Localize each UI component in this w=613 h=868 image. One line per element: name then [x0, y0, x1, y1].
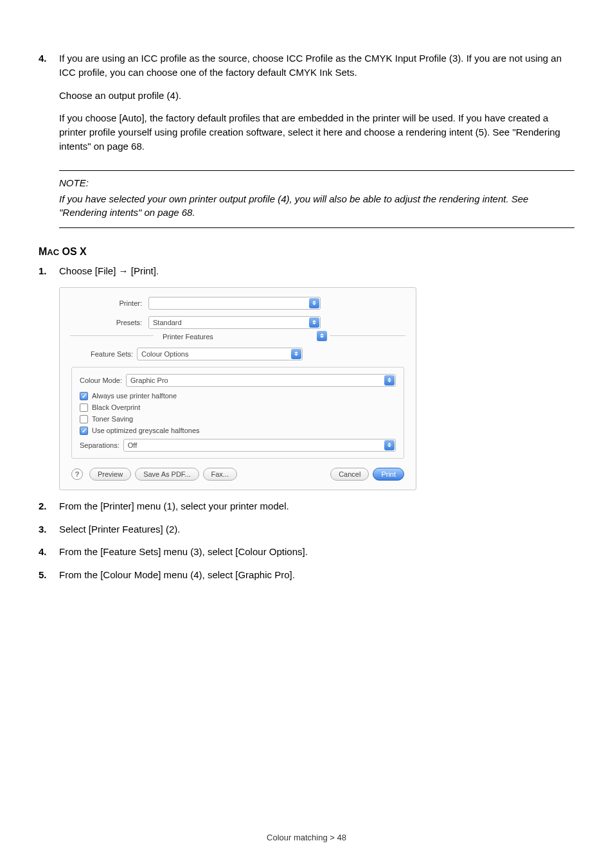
colour-mode-row: Colour Mode: Graphic Pro [80, 374, 396, 387]
step-number: 2. [39, 499, 59, 513]
help-icon[interactable]: ? [71, 468, 83, 480]
step-2: 2. From the [Printer] menu (1), select y… [39, 499, 574, 513]
checkbox-icon [80, 403, 88, 412]
step-3: 3. Select [Printer Features] (2). [39, 522, 574, 536]
printer-select[interactable] [148, 297, 321, 310]
colour-mode-select[interactable]: Graphic Pro [126, 374, 396, 387]
step-4-top: 4. If you are using an ICC profile as th… [39, 51, 574, 80]
separations-row: Separations: Off [80, 439, 396, 452]
step-number: 4. [39, 51, 59, 80]
checkbox-icon [80, 415, 88, 423]
step-number: 4. [39, 545, 59, 559]
step4-after2: If you choose [Auto], the factory defaul… [59, 111, 574, 153]
chevron-updown-icon [309, 317, 319, 328]
cancel-button[interactable]: Cancel [330, 468, 369, 481]
subheading-mac-os-x: MAC OS X [39, 246, 574, 258]
chevron-updown-icon [291, 349, 301, 359]
chevron-updown-icon [384, 375, 395, 385]
step-4: 4. From the [Feature Sets] menu (3), sel… [39, 545, 574, 559]
print-button[interactable]: Print [373, 468, 404, 481]
colour-mode-label: Colour Mode: [80, 376, 126, 384]
note-body: If you have selected your own printer ou… [59, 192, 574, 220]
step-number: 5. [39, 568, 59, 582]
page-footer: Colour matching > 48 [0, 833, 613, 842]
checkbox-greyscale-row[interactable]: Use optimized greyscale halftones [80, 427, 396, 435]
printer-row: Printer: [71, 297, 404, 310]
chevron-updown-icon [309, 298, 319, 308]
presets-select[interactable]: Standard [148, 316, 321, 329]
checkbox-black-overprint-row[interactable]: Black Overprint [80, 403, 396, 412]
checkbox-icon [80, 427, 88, 435]
step-text: From the [Colour Mode] menu (4), select … [59, 568, 574, 582]
step4-after1: Choose an output profile (4). [59, 89, 574, 103]
checkbox-halftone-row[interactable]: Always use printer halftone [80, 392, 396, 400]
chevron-updown-icon [317, 331, 327, 341]
step-text: If you are using an ICC profile as the s… [59, 51, 574, 80]
checkbox-toner-saving-row[interactable]: Toner Saving [80, 415, 396, 423]
checkbox-icon [80, 392, 88, 400]
feature-sets-select[interactable]: Colour Options [137, 348, 303, 360]
print-dialog-screenshot: Printer: Presets: Standard Printer Fea [59, 287, 416, 490]
step-1: 1. Choose [File] → [Print]. [39, 264, 574, 278]
printer-label: Printer: [71, 299, 148, 307]
save-as-pdf-button[interactable]: Save As PDF... [135, 468, 199, 481]
feature-sets-label: Feature Sets: [91, 350, 137, 358]
step-number: 3. [39, 522, 59, 536]
note-box: NOTE: If you have selected your own prin… [59, 170, 574, 229]
step-text: From the [Feature Sets] menu (3), select… [59, 545, 574, 559]
presets-label: Presets: [71, 319, 148, 326]
separations-label: Separations: [80, 441, 123, 449]
feature-sets-row: Feature Sets: Colour Options [91, 348, 404, 360]
note-label: NOTE: [59, 177, 574, 188]
fax-button[interactable]: Fax... [203, 468, 238, 481]
section-select[interactable]: Printer Features [159, 330, 324, 343]
colour-options-group: Colour Mode: Graphic Pro Always use prin… [71, 367, 404, 459]
presets-row: Presets: Standard [71, 316, 404, 329]
chevron-updown-icon [384, 440, 395, 450]
dialog-button-row: ? Preview Save As PDF... Fax... Cancel P… [71, 468, 404, 481]
step-5: 5. From the [Colour Mode] menu (4), sele… [39, 568, 574, 582]
step-text: From the [Printer] menu (1), select your… [59, 499, 574, 513]
step-text: Choose [File] → [Print]. [59, 264, 574, 278]
step-text: Select [Printer Features] (2). [59, 522, 574, 536]
separations-select[interactable]: Off [123, 439, 396, 452]
fieldset-divider: Printer Features [70, 335, 405, 336]
step-number: 1. [39, 264, 59, 278]
preview-button[interactable]: Preview [89, 468, 131, 481]
